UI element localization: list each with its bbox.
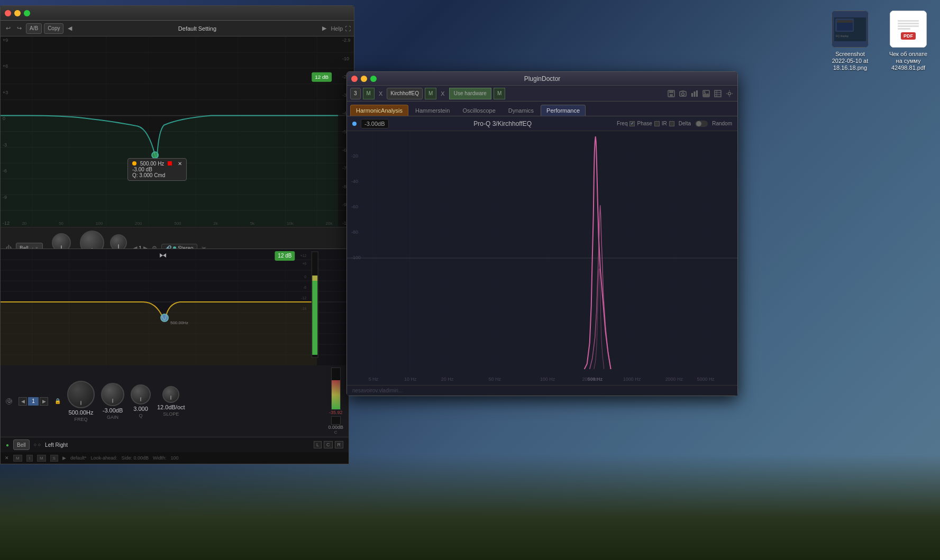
band-next-button[interactable]: ▶	[40, 397, 48, 406]
slot2-m-button[interactable]: M	[425, 88, 436, 99]
freq-label-20: 20	[22, 221, 26, 226]
pd-tabs: HarmonicAnalysis Hammerstein Oscilloscop…	[347, 102, 737, 116]
svg-point-74	[728, 92, 731, 95]
play-icon[interactable]: ▶	[62, 455, 66, 461]
maximize-button[interactable]	[24, 10, 30, 16]
plugin-doctor-window: PluginDoctor 3 M X KirchhoffEQ M X Use h…	[346, 71, 738, 396]
pd-chart-icon[interactable]	[690, 89, 699, 98]
lower-q-knob[interactable]	[131, 384, 151, 405]
lock-icon[interactable]: 🔒	[54, 398, 61, 404]
pd-chart-svg: -20 -40 -60 -80 -100 5 Hz 10 Hz 20 Hz 50…	[347, 131, 737, 385]
lower-freq-label: Freq	[74, 417, 87, 422]
slot1-x-button[interactable]: X	[377, 89, 385, 98]
phase-checkbox[interactable]	[654, 121, 660, 126]
preset-name: Default Setting	[76, 25, 318, 32]
record-button[interactable]	[168, 161, 172, 166]
freq-label-100: 100	[96, 221, 103, 226]
use-hardware-button[interactable]: Use hardware	[449, 88, 491, 99]
freq-label-200: 200	[135, 221, 142, 226]
freq-label-10k: 10k	[287, 221, 294, 226]
freq-checkbox[interactable]	[629, 121, 635, 126]
ir-option-label: IR	[662, 121, 667, 126]
screenshot-file-icon[interactable]: EQ display Screenshot 2022-05-10 at 18.1…	[829, 11, 871, 72]
eq-display[interactable]: 12 dB -2.9-10-20-30 -40-50-60-70 -80-90-…	[1, 36, 354, 227]
pdf-badge: PDF	[901, 32, 916, 40]
preset-prev-button[interactable]: ◀	[66, 24, 74, 33]
svg-text:50 Hz: 50 Hz	[489, 377, 501, 382]
r-button[interactable]: R	[335, 441, 344, 448]
minimize-button[interactable]	[14, 10, 21, 16]
tooltip-gain: -3.00 dB	[132, 167, 152, 172]
svg-text:+12: +12	[300, 254, 306, 258]
pd-titlebar: PluginDoctor	[347, 72, 737, 86]
lower-freq-knob[interactable]	[67, 381, 95, 408]
delta-toggle[interactable]	[695, 121, 708, 127]
midi3-button[interactable]: M	[37, 455, 46, 462]
preset-next-button[interactable]: ▶	[320, 24, 328, 33]
lower-power-button[interactable]: ⏻	[6, 398, 12, 405]
left-right-label: ○ ○	[34, 442, 41, 447]
svg-text:-40: -40	[351, 179, 358, 184]
tab-hammerstein[interactable]: Hammerstein	[409, 105, 455, 116]
tab-performance[interactable]: Performance	[541, 105, 586, 116]
vu-c-channel: C	[334, 430, 337, 435]
expand-button[interactable]: ⛶	[345, 25, 351, 32]
freq-label-20k: 20k	[326, 221, 333, 226]
lower-q-label: Q	[139, 413, 142, 418]
tab-oscilloscope[interactable]: Oscilloscope	[457, 105, 501, 116]
tab-harmonic-analysis[interactable]: HarmonicAnalysis	[350, 105, 408, 116]
lower-gain-knob[interactable]	[101, 383, 124, 406]
close-button[interactable]	[5, 10, 11, 16]
slot2-x-button[interactable]: X	[439, 89, 446, 98]
tooltip-close[interactable]: ✕	[178, 161, 182, 167]
vu-fill	[332, 380, 340, 409]
pdf-file-icon[interactable]: PDF Чек об оплате на сумму 42498.81.pdf	[887, 11, 929, 72]
pd-settings-icon[interactable]	[725, 89, 734, 98]
redo-button[interactable]: ↪	[15, 24, 24, 33]
midi2-button[interactable]: I	[26, 455, 33, 462]
lower-gain-group: -3.00dB Gain	[101, 383, 124, 420]
bell-type-button[interactable]: Bell	[13, 439, 30, 450]
midi-button[interactable]: M	[13, 455, 22, 462]
vu-meter-display	[331, 368, 341, 410]
svg-rect-61	[669, 90, 673, 93]
pd-table-icon[interactable]	[713, 89, 723, 98]
user-label: nesavoirov.vladimiri...	[352, 388, 403, 393]
vu-c-label: 0.00dB	[328, 425, 343, 430]
pd-min-button[interactable]	[361, 76, 367, 82]
lower-eq-display[interactable]: 500.00Hz 12 dB +12 +6 0 -6 -12 -18	[1, 249, 349, 365]
copy-button[interactable]: Copy	[44, 23, 63, 34]
lower-gain-label: Gain	[107, 415, 118, 420]
ir-checkbox[interactable]	[669, 121, 674, 126]
pd-save-icon[interactable]	[667, 89, 676, 98]
svg-rect-67	[696, 90, 698, 97]
c-button[interactable]: C	[324, 441, 333, 448]
svg-text:2000 Hz: 2000 Hz	[665, 377, 683, 382]
q-knob-indicator	[118, 244, 119, 249]
l-button[interactable]: L	[314, 441, 322, 448]
mountain-overlay	[0, 454, 940, 560]
midi4-button[interactable]: S	[50, 455, 58, 462]
close-x-icon[interactable]: ✕	[5, 455, 9, 461]
slot3-m-button[interactable]: M	[494, 88, 505, 99]
desktop-icons: EQ display Screenshot 2022-05-10 at 18.1…	[829, 11, 929, 72]
svg-rect-3	[837, 20, 853, 23]
help-button[interactable]: Help	[331, 25, 343, 32]
undo-button[interactable]: ↩	[4, 24, 13, 33]
pd-max-button[interactable]	[370, 76, 377, 82]
band-prev-button[interactable]: ◀	[19, 397, 27, 406]
lower-slope-knob[interactable]	[162, 386, 179, 403]
ab-button[interactable]: A/B	[26, 23, 42, 34]
slot1-m-button[interactable]: M	[363, 88, 375, 99]
lower-freq-ind	[80, 401, 81, 405]
band-tooltip: 500.00 Hz ✕ -3.00 dB Q: 3.000 Cmd	[127, 158, 187, 181]
tab-dynamics[interactable]: Dynamics	[503, 105, 540, 116]
pd-close-button[interactable]	[351, 76, 358, 82]
pd-chart-area[interactable]: -20 -40 -60 -80 -100 5 Hz 10 Hz 20 Hz 50…	[347, 131, 737, 385]
tooltip-freq: 500.00 Hz	[140, 161, 165, 167]
tooltip-cmd: Cmd	[154, 172, 165, 178]
pd-photo-icon[interactable]	[701, 89, 711, 98]
svg-text:12 dB: 12 dB	[278, 253, 291, 259]
delta-label: Delta	[679, 121, 691, 126]
pd-camera-icon[interactable]	[678, 89, 688, 98]
